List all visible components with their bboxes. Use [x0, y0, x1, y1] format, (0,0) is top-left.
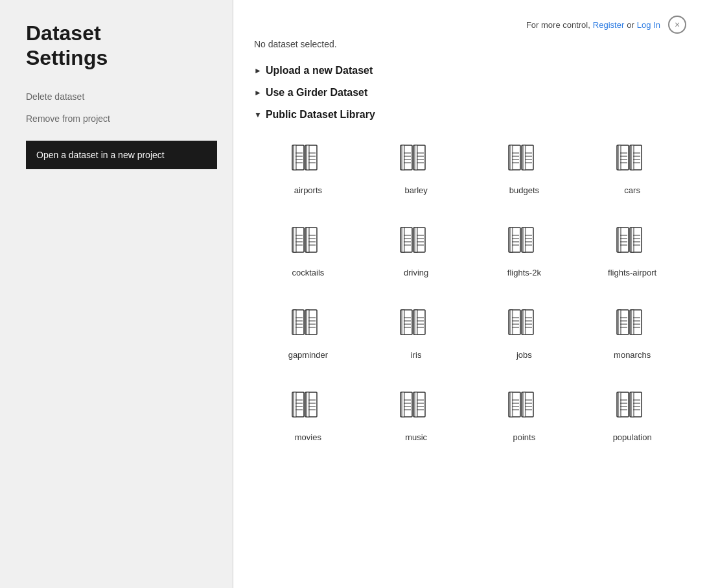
svg-rect-145 [294, 392, 296, 417]
no-dataset-text: No dataset selected. [254, 39, 686, 49]
svg-rect-73 [510, 228, 513, 252]
dataset-item-cars[interactable]: cars [583, 134, 681, 200]
dataset-label: jobs [516, 350, 532, 360]
dataset-item-gapminder[interactable]: gapminder [259, 298, 357, 365]
svg-rect-97 [294, 310, 296, 335]
accordion-girder: ► Use a Girder Dataset [254, 84, 686, 101]
book-icon [612, 386, 653, 427]
accordion-girder-header[interactable]: ► Use a Girder Dataset [254, 84, 686, 101]
topbar-prefix: For more control, [526, 20, 590, 30]
dataset-item-flights-2k[interactable]: flights-2k [476, 216, 574, 283]
book-icon [612, 221, 653, 263]
svg-rect-133 [618, 310, 621, 335]
svg-rect-13 [402, 145, 404, 170]
dataset-item-barley[interactable]: barley [367, 134, 465, 200]
dataset-item-budgets[interactable]: budgets [476, 134, 574, 200]
dataset-item-monarchs[interactable]: monarchs [583, 298, 681, 365]
sidebar-title-line1: Dataset [26, 21, 101, 45]
sidebar-title: Dataset Settings [26, 21, 217, 71]
svg-rect-1 [294, 145, 296, 170]
book-icon [504, 386, 545, 427]
dataset-label: airports [294, 185, 322, 195]
dataset-item-population[interactable]: population [583, 381, 681, 447]
public-arrow: ▼ [254, 110, 262, 119]
sidebar-title-line2: Settings [26, 46, 108, 69]
svg-rect-121 [510, 310, 513, 335]
svg-rect-109 [402, 310, 404, 335]
book-icon [287, 303, 329, 345]
dataset-item-airports[interactable]: airports [259, 134, 357, 200]
svg-rect-151 [307, 392, 309, 417]
dataset-label: barley [404, 185, 427, 195]
dataset-label: flights-airport [608, 268, 656, 277]
svg-rect-103 [307, 310, 309, 335]
accordion-upload: ► Upload a new Dataset [254, 62, 686, 79]
svg-rect-175 [523, 392, 526, 417]
top-bar: For more control, Register or Log In × [254, 16, 686, 34]
svg-rect-163 [415, 392, 417, 417]
book-icon [395, 386, 437, 427]
dataset-item-cocktails[interactable]: cocktails [259, 216, 357, 283]
dataset-item-iris[interactable]: iris [367, 298, 465, 365]
topbar-or: or [627, 20, 634, 30]
dataset-label: points [513, 432, 536, 442]
svg-rect-115 [415, 310, 417, 335]
svg-rect-157 [402, 392, 404, 417]
open-new-project-button[interactable]: Open a dataset in a new project [26, 141, 217, 169]
book-icon [287, 386, 329, 427]
dataset-grid: airports barley [254, 134, 686, 447]
book-icon [612, 303, 653, 345]
girder-label: Use a Girder Dataset [266, 87, 367, 99]
register-link[interactable]: Register [593, 20, 624, 30]
dataset-item-jobs[interactable]: jobs [476, 298, 574, 365]
svg-rect-19 [415, 145, 417, 170]
dataset-label: music [405, 432, 427, 442]
book-icon [504, 139, 545, 180]
upload-label: Upload a new Dataset [266, 65, 373, 76]
svg-rect-67 [415, 228, 417, 252]
dataset-item-music[interactable]: music [367, 381, 465, 447]
svg-rect-79 [523, 228, 526, 252]
svg-rect-43 [631, 145, 634, 170]
dataset-label: iris [411, 350, 422, 360]
svg-rect-25 [510, 145, 513, 170]
accordion-public: ▼ Public Dataset Library [254, 106, 686, 447]
accordion-upload-header[interactable]: ► Upload a new Dataset [254, 62, 686, 79]
dataset-label: population [613, 432, 652, 442]
svg-rect-85 [618, 228, 621, 252]
main-content: For more control, Register or Log In × N… [233, 0, 707, 588]
dataset-label: budgets [509, 185, 539, 195]
dataset-label: monarchs [614, 350, 651, 360]
svg-rect-127 [523, 310, 526, 335]
book-icon [504, 221, 545, 263]
dataset-label: flights-2k [507, 268, 541, 277]
upload-arrow: ► [254, 66, 262, 75]
book-icon [395, 221, 437, 263]
svg-rect-31 [523, 145, 526, 170]
dataset-item-flights-airport[interactable]: flights-airport [583, 216, 681, 283]
login-link[interactable]: Log In [637, 20, 660, 30]
svg-rect-187 [631, 392, 634, 417]
public-label: Public Dataset Library [266, 109, 375, 121]
svg-rect-37 [618, 145, 621, 170]
svg-rect-7 [307, 145, 309, 170]
dataset-label: movies [295, 432, 321, 442]
svg-rect-169 [510, 392, 513, 417]
dataset-label: driving [404, 268, 428, 277]
book-icon [395, 139, 437, 180]
girder-arrow: ► [254, 88, 262, 97]
close-button[interactable]: × [668, 16, 686, 34]
dataset-item-driving[interactable]: driving [367, 216, 465, 283]
svg-rect-181 [618, 392, 621, 417]
book-icon [287, 139, 329, 180]
dataset-label: gapminder [288, 350, 328, 360]
dataset-item-movies[interactable]: movies [259, 381, 357, 447]
sidebar: Dataset Settings Delete dataset Remove f… [0, 0, 233, 588]
svg-rect-49 [294, 228, 296, 252]
svg-rect-61 [402, 228, 404, 252]
dataset-item-points[interactable]: points [476, 381, 574, 447]
delete-dataset-link[interactable]: Delete dataset [26, 91, 217, 102]
accordion-public-header[interactable]: ▼ Public Dataset Library [254, 106, 686, 123]
remove-project-link[interactable]: Remove from project [26, 113, 217, 124]
book-icon [504, 303, 545, 345]
